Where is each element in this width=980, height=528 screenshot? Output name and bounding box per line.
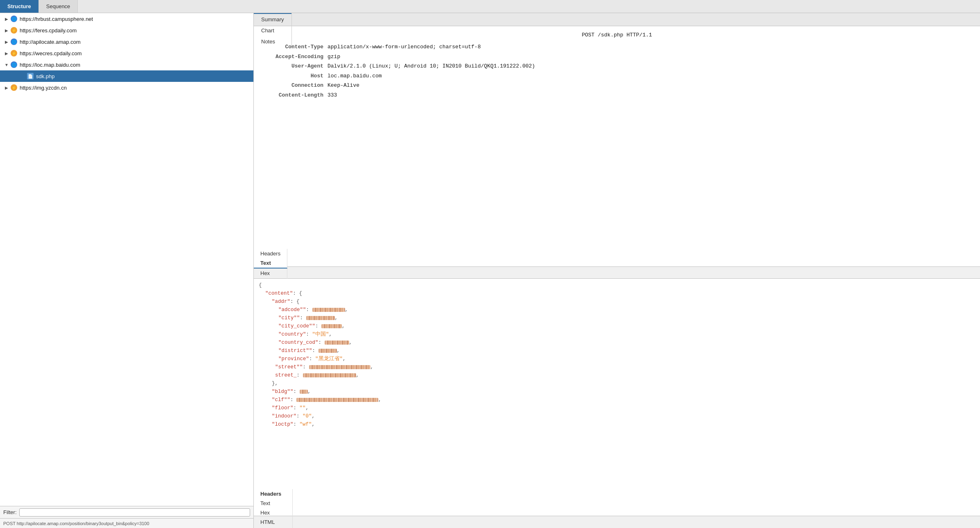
tree-item-img_yzcdn[interactable]: ▶⚡https://img.yzcdn.cn: [0, 82, 253, 93]
expand-icon: [20, 73, 26, 79]
json-line: "floor": "",: [259, 404, 975, 412]
header-value: gzip: [327, 53, 340, 61]
tree-item-loc_baidu[interactable]: ▼🌐https://loc.map.baidu.com: [0, 59, 253, 70]
expand-icon: ▶: [3, 84, 10, 91]
json-line: "province": "黑龙江省",: [259, 355, 975, 363]
right-tab-summary[interactable]: Summary: [254, 14, 292, 25]
header-value: Dalvik/2.1.0 (Linux; U; Android 10; IN20…: [327, 62, 535, 70]
filter-bar: Filter:: [0, 506, 253, 518]
filter-label: Filter:: [3, 509, 17, 515]
header-key: User-Agent: [262, 62, 327, 70]
response-tab-html[interactable]: HTML: [254, 517, 293, 527]
blurred-value: [325, 341, 349, 345]
json-line: "country_cod": ,: [259, 338, 975, 347]
globe-icon: 🌐: [11, 38, 17, 45]
response-tabs: HeadersTextHexHTMLJSONJSON TextRaw: [254, 516, 980, 528]
json-line: "content": {: [259, 289, 975, 298]
tree-item-hrbust[interactable]: ▶🌐https://hrbust.campusphere.net: [0, 13, 253, 25]
expand-icon: ▼: [3, 61, 10, 68]
header-key: Connection: [262, 81, 327, 90]
blurred-value: [306, 316, 335, 320]
tab-sequence[interactable]: Sequence: [39, 0, 78, 13]
expand-icon: ▶: [3, 38, 10, 45]
blurred-value: [318, 349, 337, 353]
request-headers-area: POST /sdk.php HTTP/1.1 Content-Typeappli…: [254, 26, 980, 266]
tree-item-label: https://feres.cpdaily.com: [20, 27, 77, 34]
header-value: loc.map.baidu.com: [327, 72, 382, 80]
main-layout: ▶🌐https://hrbust.campusphere.net▶⚡https:…: [0, 13, 980, 528]
tree-container[interactable]: ▶🌐https://hrbust.campusphere.net▶⚡https:…: [0, 13, 253, 506]
header-value: Keep-Alive: [327, 81, 359, 90]
body-tab-hex[interactable]: Hex: [254, 269, 287, 278]
status-bar: POST http://apilocate.amap.com/position/…: [0, 518, 253, 528]
left-panel: ▶🌐https://hrbust.campusphere.net▶⚡https:…: [0, 13, 254, 528]
expand-icon: ▶: [3, 16, 10, 22]
tree-item-label: https://hrbust.campusphere.net: [20, 16, 93, 22]
response-tab-hex[interactable]: Hex: [254, 508, 293, 517]
blurred-value: [303, 373, 356, 377]
lightning-icon: ⚡: [11, 84, 17, 91]
tree-item-label: https://loc.map.baidu.com: [20, 62, 80, 68]
response-tab-text[interactable]: Text: [254, 499, 293, 508]
top-tab-bar: Structure Sequence: [0, 0, 980, 13]
json-body[interactable]: {"content": {"addr": {"adcode"": ,"city"…: [254, 279, 980, 516]
tab-structure[interactable]: Structure: [0, 0, 39, 13]
header-value: application/x-www-form-urlencoded; chars…: [327, 43, 481, 51]
body-tab-text[interactable]: Text: [254, 258, 287, 269]
json-line: "country": "中国",: [259, 330, 975, 338]
lightning-icon: ⚡: [11, 27, 17, 34]
json-line: street_: ,: [259, 371, 975, 379]
tree-item-feres[interactable]: ▶⚡https://feres.cpdaily.com: [0, 25, 253, 36]
tree-item-wecres[interactable]: ▶⚡https://wecres.cpdaily.com: [0, 47, 253, 59]
json-line: "city"": ,: [259, 314, 975, 322]
expand-icon: ▶: [3, 27, 10, 34]
json-line: "street"": ,: [259, 363, 975, 371]
json-line: "bldg"": ,: [259, 388, 975, 396]
expand-icon: ▶: [3, 50, 10, 56]
json-line: "district"": ,: [259, 347, 975, 355]
json-line: "clf"": ,: [259, 396, 975, 404]
json-line: },: [259, 379, 975, 388]
tree-item-apilocate[interactable]: ▶🌐http://apilocate.amap.com: [0, 36, 253, 47]
blurred-value: [312, 308, 345, 312]
header-row: Hostloc.map.baidu.com: [262, 72, 972, 80]
json-line: "loctp": "wf",: [259, 420, 975, 429]
header-row: User-AgentDalvik/2.1.0 (Linux; U; Androi…: [262, 62, 972, 70]
header-row: Accept-Encodinggzip: [262, 53, 972, 61]
header-key: Content-Type: [262, 43, 327, 51]
header-key: Accept-Encoding: [262, 53, 327, 61]
tree-item-label: http://apilocate.amap.com: [20, 39, 81, 45]
tree-item-label: sdk.php: [36, 73, 55, 79]
header-row: ConnectionKeep-Alive: [262, 81, 972, 90]
json-line: "adcode"": ,: [259, 306, 975, 314]
json-line: "addr": {: [259, 298, 975, 306]
json-line: "indoor": "0",: [259, 412, 975, 420]
globe-icon: 🌐: [11, 16, 17, 22]
filter-input[interactable]: [19, 508, 251, 517]
right-top-tabs: OverviewContentsSummaryChartNotes: [254, 13, 980, 26]
body-tabs: HeadersTextHexFormRaw: [254, 266, 980, 279]
header-key: Host: [262, 72, 327, 80]
body-tab-headers[interactable]: Headers: [254, 249, 287, 258]
tree-item-sdk_php[interactable]: 📄sdk.php: [0, 70, 253, 82]
response-tab-headers[interactable]: Headers: [254, 489, 293, 499]
header-row: Content-Length333: [262, 91, 972, 99]
right-panel: OverviewContentsSummaryChartNotes POST /…: [254, 13, 980, 528]
header-key: Content-Length: [262, 91, 327, 99]
globe-icon: 🌐: [11, 61, 17, 68]
header-value: 333: [327, 91, 337, 99]
tree-item-label: https://img.yzcdn.cn: [20, 85, 67, 91]
json-line: {: [259, 281, 975, 289]
tree-item-label: https://wecres.cpdaily.com: [20, 50, 81, 56]
blurred-value: [300, 390, 308, 394]
request-line: POST /sdk.php HTTP/1.1: [262, 30, 972, 40]
blurred-value: [321, 324, 342, 328]
blurred-value: [309, 365, 370, 369]
lightning-icon: ⚡: [11, 50, 17, 56]
blurred-value: [296, 398, 378, 402]
json-line: "city_code"": ,: [259, 322, 975, 330]
file-icon: 📄: [27, 73, 34, 79]
header-row: Content-Typeapplication/x-www-form-urlen…: [262, 43, 972, 51]
status-text: POST http://apilocate.amap.com/position/…: [3, 521, 149, 526]
